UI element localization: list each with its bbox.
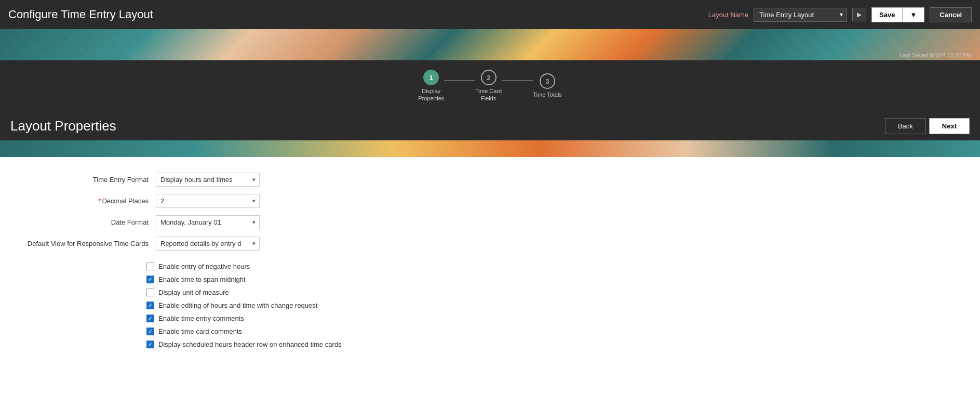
- decimal-places-select[interactable]: 1 2 3 4: [156, 194, 260, 208]
- layout-name-select[interactable]: Time Entry Layout: [754, 8, 847, 22]
- checkbox-row-3: Display unit of measure: [146, 286, 980, 299]
- checkbox-editing-hours-time-label: Enable editing of hours and time with ch…: [158, 302, 317, 309]
- step-2[interactable]: 2 Time CardFields: [475, 70, 502, 102]
- layout-name-arrow-button[interactable]: ▶: [852, 8, 866, 21]
- checkbox-time-entry-comments[interactable]: [146, 315, 154, 322]
- steps-row: 1 DisplayProperties 2 Time CardFields 3 …: [418, 70, 562, 102]
- default-view-select[interactable]: Reported details by entry d Summary view…: [156, 237, 260, 251]
- decimal-places-label: *Decimal Places: [10, 197, 156, 205]
- decimal-places-row: *Decimal Places 1 2 3 4: [0, 194, 980, 208]
- checkbox-section: Enable entry of negative hours Enable ti…: [0, 258, 980, 351]
- cancel-button[interactable]: Cancel: [930, 7, 972, 22]
- step-connector-2: [502, 80, 533, 81]
- checkbox-editing-hours-time[interactable]: [146, 302, 154, 309]
- checkbox-negative-hours[interactable]: [146, 263, 154, 270]
- checkbox-row-1: Enable entry of negative hours: [146, 260, 980, 273]
- save-button[interactable]: Save: [872, 8, 902, 22]
- step-2-circle: 2: [481, 70, 496, 85]
- form-area: Time Entry Format Display hours and time…: [0, 157, 980, 372]
- required-asterisk: *: [98, 197, 101, 205]
- checkbox-scheduled-hours-header[interactable]: [146, 341, 154, 348]
- date-format-label: Date Format: [10, 218, 156, 226]
- checkbox-negative-hours-label: Enable entry of negative hours: [158, 263, 250, 270]
- step-1-label: DisplayProperties: [418, 87, 444, 102]
- checkbox-unit-of-measure-label: Display unit of measure: [158, 289, 229, 296]
- date-format-row: Date Format Monday, January 01 01/01/202…: [0, 215, 980, 229]
- last-saved-text: Last Saved 8/1/24 12:30 PM: [900, 52, 972, 58]
- date-format-select[interactable]: Monday, January 01 01/01/2024 Jan 01, 20…: [156, 215, 260, 229]
- checkbox-time-card-comments-label: Enable time card comments: [158, 328, 242, 335]
- step-1-circle: 1: [423, 70, 439, 85]
- checkbox-scheduled-hours-header-label: Display scheduled hours header row on en…: [158, 341, 342, 348]
- step-3-label: Time Totals: [533, 91, 562, 98]
- checkbox-unit-of-measure[interactable]: [146, 289, 154, 296]
- step-2-label: Time CardFields: [475, 87, 502, 102]
- time-entry-format-label: Time Entry Format: [10, 176, 156, 184]
- layout-properties-title: Layout Properties: [10, 118, 116, 134]
- decimal-places-select-wrap[interactable]: 1 2 3 4: [156, 194, 260, 208]
- step-1[interactable]: 1 DisplayProperties: [418, 70, 444, 102]
- navigation-buttons: Back Next: [885, 118, 970, 134]
- layout-name-select-wrapper[interactable]: Time Entry Layout: [754, 8, 847, 22]
- decorative-banner-bottom: [0, 140, 980, 157]
- decorative-banner-top: Last Saved 8/1/24 12:30 PM: [0, 29, 980, 60]
- checkbox-span-midnight[interactable]: [146, 276, 154, 283]
- checkbox-time-entry-comments-label: Enable time entry comments: [158, 315, 244, 322]
- save-dropdown-button[interactable]: ▼: [903, 8, 924, 22]
- checkbox-row-6: Enable time card comments: [146, 325, 980, 338]
- step-indicator-area: 1 DisplayProperties 2 Time CardFields 3 …: [0, 60, 980, 112]
- time-entry-format-select[interactable]: Display hours and times Display hours on…: [156, 173, 260, 187]
- default-view-label: Default View for Responsive Time Cards: [10, 240, 156, 247]
- back-button[interactable]: Back: [885, 118, 926, 134]
- date-format-select-wrap[interactable]: Monday, January 01 01/01/2024 Jan 01, 20…: [156, 215, 260, 229]
- layout-name-label: Layout Name: [708, 11, 748, 19]
- step-3-circle: 3: [540, 73, 555, 89]
- step-connector-1: [444, 80, 475, 81]
- checkbox-span-midnight-label: Enable time to span midnight: [158, 276, 246, 283]
- header-right: Layout Name Time Entry Layout ▶ Save ▼ C…: [708, 7, 972, 22]
- top-header: Configure Time Entry Layout Layout Name …: [0, 0, 980, 29]
- time-entry-format-row: Time Entry Format Display hours and time…: [0, 173, 980, 187]
- time-entry-format-select-wrap[interactable]: Display hours and times Display hours on…: [156, 173, 260, 187]
- checkbox-row-2: Enable time to span midnight: [146, 273, 980, 286]
- save-button-group: Save ▼: [871, 7, 924, 22]
- default-view-row: Default View for Responsive Time Cards R…: [0, 237, 980, 251]
- checkbox-row-4: Enable editing of hours and time with ch…: [146, 299, 980, 312]
- checkbox-time-card-comments[interactable]: [146, 328, 154, 335]
- default-view-select-wrap[interactable]: Reported details by entry d Summary view…: [156, 237, 260, 251]
- checkbox-row-5: Enable time entry comments: [146, 312, 980, 325]
- checkbox-row-7: Display scheduled hours header row on en…: [146, 338, 980, 351]
- step-3[interactable]: 3 Time Totals: [533, 73, 562, 98]
- next-button[interactable]: Next: [929, 118, 970, 134]
- layout-properties-header: Layout Properties Back Next: [0, 112, 980, 140]
- page-title: Configure Time Entry Layout: [8, 8, 153, 21]
